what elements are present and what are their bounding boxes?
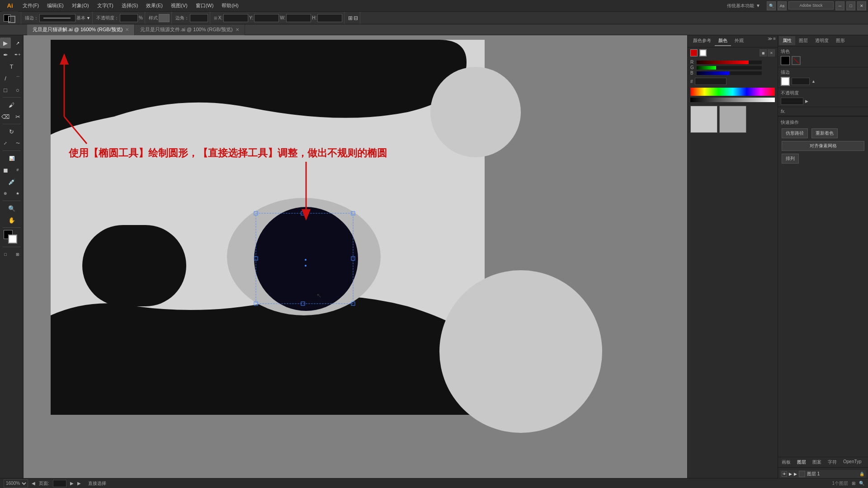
opacity-value-input[interactable]: 100 % <box>781 98 803 105</box>
adobe-store-btn[interactable]: Adobe Stock <box>788 1 834 9</box>
menu-object[interactable]: 对象(O) <box>68 1 93 10</box>
tab-0-close[interactable]: ✕ <box>125 27 129 32</box>
stroke-box[interactable] <box>8 235 17 244</box>
y-input[interactable]: 1276.241 <box>254 14 279 22</box>
fill-none[interactable] <box>792 56 801 65</box>
pen-tool[interactable]: ✒ <box>0 49 11 60</box>
corner-input[interactable]: 8.48 px <box>190 14 208 22</box>
direct-selection-tool[interactable]: ↗ <box>12 38 23 48</box>
opentype-tab[interactable]: OpenTyp <box>840 458 864 466</box>
graph-tool[interactable]: 📊 <box>6 153 17 164</box>
expand-icon[interactable]: ≫ <box>768 36 772 46</box>
page-nav-back[interactable]: ◀ <box>32 481 35 486</box>
char-tab[interactable]: 字符 <box>825 458 840 466</box>
minimize-btn[interactable]: ─ <box>835 1 844 10</box>
layer-expand[interactable]: ▶ <box>789 472 792 476</box>
rotate-tool[interactable]: ↻ <box>6 126 17 137</box>
arrange-icon[interactable]: ⊞ <box>852 481 855 486</box>
menu-help[interactable]: 帮助(H) <box>218 1 242 10</box>
g-bar[interactable] <box>697 66 762 70</box>
hex-input[interactable] <box>695 78 726 85</box>
pattern-tab[interactable]: 图案 <box>810 458 824 466</box>
shape-tab[interactable]: 图形 <box>832 36 849 45</box>
page-input[interactable]: 2 <box>53 480 66 487</box>
stroke-color[interactable] <box>8 16 15 23</box>
canvas-area[interactable]: 使用【椭圆工具】绘制圆形，【直接选择工具】调整，做出不规则的椭圆 ↖ <box>24 35 687 488</box>
close-btn[interactable]: ✕ <box>857 1 866 10</box>
search-btn[interactable]: 🔍 <box>767 1 776 10</box>
stroke-color-box[interactable] <box>699 49 707 56</box>
color-spectrum[interactable] <box>690 88 775 96</box>
layer-expand2[interactable]: ▶ <box>794 472 797 476</box>
h-input[interactable]: 15.441 px <box>317 14 342 22</box>
menu-select[interactable]: 选择(S) <box>118 1 142 10</box>
page-nav-fwd[interactable]: ▶ <box>70 481 74 486</box>
none-icon[interactable]: ✕ <box>768 49 775 56</box>
recolor-btn[interactable]: 重新着色 <box>811 128 838 138</box>
path-finder-btn[interactable]: 仿形路径 <box>782 128 808 138</box>
brush-tool[interactable]: 🖌 <box>6 99 17 110</box>
stroke-width-input[interactable] <box>792 78 810 85</box>
layers-tab[interactable]: 图层 <box>794 458 809 466</box>
screen-mode-btn[interactable]: □ <box>0 249 11 260</box>
zoom-in-icon[interactable]: 🔍 <box>859 481 864 486</box>
zoom-tool[interactable]: 🔍 <box>6 203 17 214</box>
layer-tab-btn[interactable]: 图层 <box>795 36 811 45</box>
opacity-input[interactable]: 100 <box>120 14 138 22</box>
menu-effect[interactable]: 效果(E) <box>142 1 166 10</box>
x-input[interactable]: 756.28 p <box>223 14 248 22</box>
eyedropper-tool[interactable]: 💉 <box>6 176 17 187</box>
appearance-tab[interactable]: 外观 <box>731 36 747 46</box>
scissors-tool[interactable]: ✂ <box>12 111 23 122</box>
menu-edit[interactable]: 编辑(E) <box>43 1 67 10</box>
opacity-tab[interactable]: 透明度 <box>811 36 832 45</box>
opacity-arrow[interactable]: ▶ <box>805 99 808 103</box>
menu-view[interactable]: 视图(V) <box>167 1 191 10</box>
r-bar[interactable] <box>697 61 762 64</box>
symbol-tool[interactable]: ★ <box>12 188 23 199</box>
hand-tool[interactable]: ✋ <box>6 215 17 225</box>
blend-tool[interactable]: ⊕ <box>0 188 11 199</box>
zoom-select[interactable]: 1600% <box>4 479 28 488</box>
warp-tool[interactable]: 〜 <box>12 138 23 149</box>
tab-1[interactable]: 元旦是只猫源文件.ai @ 100% (RGB/预览) ✕ <box>135 24 245 35</box>
line-tool[interactable]: / <box>0 73 11 84</box>
w-input[interactable]: 17.059 px <box>286 14 311 22</box>
workspace-dropdown-icon[interactable]: ▼ <box>756 3 760 8</box>
selection-tool[interactable]: ▶ <box>0 38 11 48</box>
gray-spectrum[interactable] <box>690 98 775 102</box>
adobe-stock-btn[interactable]: As <box>778 1 787 10</box>
color-ref-tab[interactable]: 颜色参考 <box>689 36 715 46</box>
align-icon[interactable]: ⊞ <box>348 15 353 21</box>
b-bar[interactable] <box>697 71 762 75</box>
stroke-swatch[interactable] <box>781 77 790 86</box>
stroke-up-icon[interactable]: ▲ <box>811 79 816 84</box>
menu-file[interactable]: 文件(F) <box>19 1 42 10</box>
rect-tool[interactable]: □ <box>0 84 11 95</box>
artboard-tool[interactable]: ⊞ <box>12 249 23 260</box>
menu-window[interactable]: 窗口(W) <box>192 1 217 10</box>
style-preview[interactable] <box>159 14 170 22</box>
gradient-tool[interactable]: ◼ <box>0 164 11 175</box>
prop-tab[interactable]: 属性 <box>779 36 795 45</box>
stroke-dropdown-icon[interactable]: ▼ <box>86 16 90 20</box>
type-tool[interactable]: T <box>6 61 17 72</box>
ellipse-tool[interactable]: ○ <box>12 84 23 95</box>
layer-visibility[interactable]: 👁 <box>782 471 787 477</box>
layer-lock[interactable]: 🔒 <box>859 472 864 476</box>
tab-0[interactable]: 元旦是只猫讲解.ai @ 1600% (RGB/预览) ✕ <box>27 24 135 35</box>
arrange-btn[interactable]: 排列 <box>782 154 799 164</box>
color-tab[interactable]: 颜色 <box>715 36 731 46</box>
layer-name[interactable]: 图层 1 <box>807 471 858 477</box>
workspace-selector[interactable]: 传统基本功能 ▼ <box>727 3 764 9</box>
menu-text[interactable]: 文字(T) <box>94 1 117 10</box>
pen-variant[interactable]: ✒+ <box>12 49 23 60</box>
distribute-icon[interactable]: ⊟ <box>354 15 358 21</box>
fill-color-box[interactable] <box>690 49 698 56</box>
fill-swatch[interactable] <box>781 56 790 65</box>
maximize-btn[interactable]: □ <box>846 1 855 10</box>
scale-tool[interactable]: ⤢ <box>0 138 11 149</box>
stroke-preview-box[interactable] <box>39 14 75 22</box>
tab-1-close[interactable]: ✕ <box>236 27 239 32</box>
arc-tool[interactable]: ⌒ <box>12 73 23 84</box>
